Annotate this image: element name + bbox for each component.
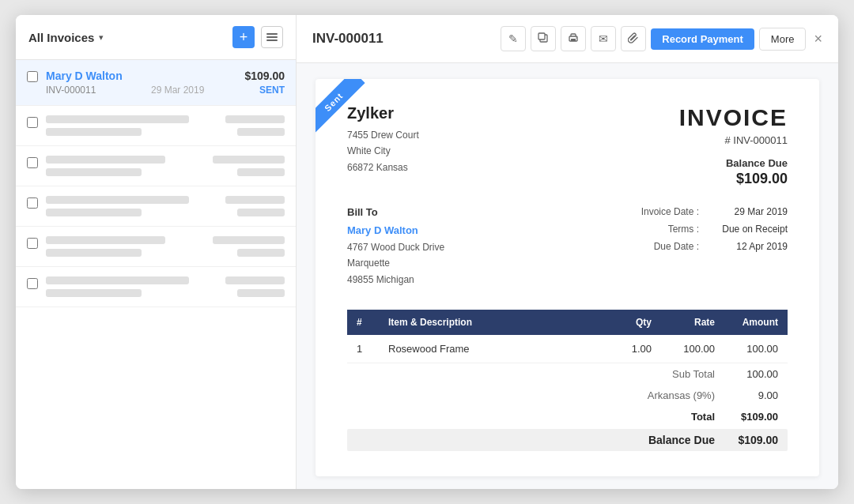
meta-row: Due Date :12 Apr 2019: [628, 241, 788, 252]
total-value: 9.00: [715, 389, 778, 401]
skeleton-body: [46, 276, 285, 297]
skeleton-meta: [46, 168, 142, 176]
meta-label: Due Date :: [628, 241, 699, 252]
skeleton-meta: [46, 128, 142, 136]
skeleton-status: [237, 289, 285, 297]
totals-section: Sub Total 100.00 Arkansas (9%) 9.00 Tota…: [347, 363, 788, 451]
meta-label: Invoice Date :: [628, 206, 699, 217]
edit-icon: ✎: [508, 32, 518, 45]
attach-icon: [628, 32, 639, 46]
col-qty: Qty: [598, 310, 661, 335]
invoice-table: # Item & Description Qty Rate Amount 1 R…: [347, 310, 788, 363]
skeleton-amount: [225, 115, 285, 123]
balance-due-amount: $109.00: [679, 171, 788, 187]
col-amount: Amount: [724, 310, 788, 335]
detail-toolbar: ✎: [501, 26, 822, 51]
invoice-top: Zylker 7455 Drew Court White City 66872 …: [347, 104, 788, 187]
menu-button[interactable]: [261, 26, 283, 48]
sent-ribbon: Sent: [316, 79, 379, 142]
sidebar-title: All Invoices: [28, 31, 94, 44]
cell-rate: 100.00: [661, 335, 724, 363]
more-button[interactable]: More: [759, 28, 807, 51]
client-address: 4767 Wood Duck Drive Marquette 49855 Mic…: [347, 239, 444, 288]
invoice-list: Mary D Walton $109.00 INV-000011 29 Mar …: [16, 60, 296, 489]
company-addr-line3: 66872 Kansas: [347, 162, 408, 173]
invoice-number: INV-000011: [46, 85, 96, 96]
skeleton-name: [46, 276, 189, 284]
skeleton-name: [46, 115, 189, 123]
detail-invoice-id: INV-000011: [312, 31, 384, 47]
record-payment-button[interactable]: Record Payment: [651, 28, 754, 50]
skeleton-status: [237, 249, 285, 257]
balance-due-label: Balance Due: [679, 157, 788, 169]
email-button[interactable]: ✉: [591, 26, 616, 51]
total-row: Total $109.00: [347, 406, 788, 427]
bill-to-left: Bill To Mary D Walton 4767 Wood Duck Dri…: [347, 206, 444, 288]
print-icon: [568, 32, 579, 46]
all-invoices-dropdown[interactable]: All Invoices ▾: [28, 31, 104, 44]
invoice-item-bottom: INV-000011 29 Mar 2019 SENT: [46, 85, 285, 96]
skeleton-name: [46, 236, 165, 244]
total-value: 100.00: [715, 368, 778, 380]
invoice-checkbox[interactable]: [27, 197, 38, 209]
cell-amount: 100.00: [724, 335, 788, 363]
client-addr-line1: 4767 Wood Duck Drive: [347, 242, 444, 253]
invoice-meta: Invoice Date :29 Mar 2019Terms :Due on R…: [628, 206, 788, 288]
sent-ribbon-label: Sent: [316, 79, 365, 134]
svg-rect-1: [538, 33, 545, 39]
sidebar-actions: +: [232, 26, 283, 48]
invoice-amount: $109.00: [244, 70, 285, 82]
skeleton-status: [237, 128, 285, 136]
app-container: All Invoices ▾ + Mary D Walton $109: [16, 15, 838, 489]
invoice-checkbox[interactable]: [27, 278, 38, 289]
invoice-list-item-active[interactable]: Mary D Walton $109.00 INV-000011 29 Mar …: [16, 60, 296, 106]
skeleton-body: [46, 115, 285, 136]
skeleton-name: [46, 156, 165, 164]
print-button[interactable]: [561, 26, 586, 51]
attach-button[interactable]: [621, 26, 646, 51]
invoice-item-top: Mary D Walton $109.00: [46, 70, 285, 82]
skeleton-amount: [225, 196, 285, 204]
skeleton-row: [16, 146, 296, 186]
col-description: Item & Description: [379, 310, 598, 335]
invoice-big-title: INVOICE: [679, 104, 788, 131]
meta-label: Terms :: [628, 224, 699, 235]
skeleton-meta: [46, 249, 142, 257]
add-invoice-button[interactable]: +: [232, 26, 255, 48]
hamburger-line: [266, 36, 278, 38]
svg-rect-3: [571, 39, 576, 41]
client-addr-line3: 49855 Michigan: [347, 274, 414, 285]
total-label: Arkansas (9%): [612, 389, 715, 401]
invoice-title-block: INVOICE # INV-000011 Balance Due $109.00: [679, 104, 788, 187]
skeleton-row: [16, 106, 296, 146]
cell-num: 1: [347, 335, 379, 363]
total-label: Total: [612, 411, 715, 423]
invoice-checkbox[interactable]: [27, 157, 38, 168]
close-button[interactable]: ×: [814, 31, 822, 47]
copy-button[interactable]: [531, 26, 556, 51]
skeleton-body: [46, 196, 285, 216]
meta-value: 12 Apr 2019: [709, 241, 788, 252]
bill-to-section: Bill To Mary D Walton 4767 Wood Duck Dri…: [347, 206, 788, 288]
cell-description: Rosewood Frame: [379, 335, 598, 363]
edit-button[interactable]: ✎: [501, 26, 526, 51]
total-row: Arkansas (9%) 9.00: [347, 385, 788, 406]
total-row: Sub Total 100.00: [347, 363, 788, 385]
client-addr-line2: Marquette: [347, 258, 390, 269]
invoice-number-label: # INV-000011: [679, 134, 788, 146]
detail-content: Sent Zylker 7455 Drew Court White City 6…: [297, 63, 838, 489]
bill-to-label: Bill To: [347, 206, 444, 218]
col-rate: Rate: [661, 310, 724, 335]
invoice-checkbox[interactable]: [27, 117, 38, 128]
copy-icon: [538, 32, 549, 46]
invoice-checkbox[interactable]: [27, 238, 38, 249]
hamburger-line: [266, 39, 278, 41]
invoice-checkbox[interactable]: [27, 71, 38, 82]
skeleton-amount: [213, 156, 285, 164]
dropdown-arrow-icon: ▾: [99, 32, 104, 43]
meta-row: Invoice Date :29 Mar 2019: [628, 206, 788, 217]
sidebar-header: All Invoices ▾ +: [16, 15, 296, 60]
meta-row: Terms :Due on Receipt: [628, 224, 788, 235]
invoice-date: 29 Mar 2019: [151, 85, 204, 96]
total-row: Balance Due $109.00: [347, 429, 788, 451]
